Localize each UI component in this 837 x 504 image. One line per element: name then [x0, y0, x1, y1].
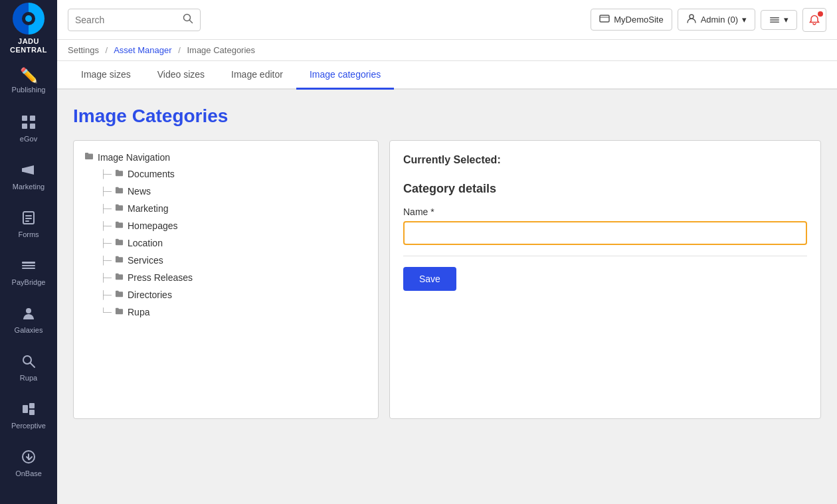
perceptive-icon: [21, 402, 36, 419]
breadcrumb: Settings / Asset Manager / Image Categor…: [57, 40, 837, 61]
content-area: Image Navigation ├─ Documents: [73, 140, 821, 419]
svg-line-21: [190, 20, 193, 23]
divider: [403, 256, 807, 256]
admin-button[interactable]: Admin (0) ▾: [678, 9, 755, 31]
tree-children: ├─ Documents ├─: [79, 165, 373, 321]
list-item[interactable]: ├─ Directories: [95, 286, 373, 303]
svg-point-24: [690, 15, 694, 19]
notification-button[interactable]: [802, 8, 826, 32]
svg-rect-1: [30, 116, 35, 121]
chevron-down-icon: ▾: [742, 15, 747, 25]
tree-root-label: Image Navigation: [98, 152, 170, 163]
site-icon: [599, 13, 610, 26]
details-panel: Currently Selected: Category details Nam…: [389, 140, 821, 419]
onbase-icon: [21, 450, 36, 467]
sidebar-item-galaxies[interactable]: Galaxies: [0, 296, 57, 344]
sidebar-item-label: Forms: [18, 230, 39, 238]
sidebar-item-egov[interactable]: eGov: [0, 105, 57, 153]
list-item[interactable]: ├─ Location: [95, 234, 373, 252]
logo-text: JADUCENTRAL: [10, 37, 47, 54]
breadcrumb-settings: Settings: [68, 45, 99, 55]
sidebar-item-rupa[interactable]: Rupa: [0, 344, 57, 392]
sidebar-item-marketing[interactable]: Marketing: [0, 153, 57, 201]
rupa-icon: [21, 354, 36, 371]
galaxies-icon: [21, 306, 36, 323]
chevron-down-icon: ▾: [784, 15, 789, 25]
paybridge-icon: [21, 258, 36, 276]
tab-image-editor[interactable]: Image editor: [218, 61, 296, 90]
folder-icon: [115, 238, 124, 248]
tab-video-sizes[interactable]: Video sizes: [144, 61, 218, 90]
tabs-bar: Image sizes Video sizes Image editor Ima…: [57, 61, 837, 90]
list-item[interactable]: ├─ News: [95, 183, 373, 200]
svg-rect-11: [22, 268, 35, 269]
search-box[interactable]: [68, 9, 201, 31]
svg-rect-26: [770, 19, 779, 21]
menu-button[interactable]: ▾: [761, 10, 797, 30]
page-content: Image Categories Image Navigation: [57, 90, 837, 504]
header: MyDemoSite Admin (0) ▾ ▾: [57, 0, 837, 40]
category-details-label: Category details: [403, 182, 807, 196]
svg-rect-7: [25, 218, 32, 219]
svg-rect-6: [25, 215, 32, 216]
sidebar-item-publishing[interactable]: ✏️ Publishing: [0, 57, 57, 105]
svg-rect-4: [22, 168, 25, 172]
list-item[interactable]: ├─ Homepages: [95, 217, 373, 234]
tree-line: ├─: [100, 169, 111, 179]
sidebar-item-label: OnBase: [15, 469, 42, 477]
page-title: Image Categories: [73, 106, 821, 127]
sidebar-item-paybridge[interactable]: PayBridge: [0, 248, 57, 296]
sidebar-item-forms[interactable]: Forms: [0, 201, 57, 248]
tree-line: ├─: [100, 273, 111, 282]
tree-scroll[interactable]: Image Navigation ├─ Documents: [74, 141, 378, 418]
forms-icon: [21, 210, 36, 228]
sidebar: JADUCENTRAL ✏️ Publishing eGov Marketing: [0, 0, 57, 504]
list-item[interactable]: └─ Rupa: [95, 303, 373, 321]
svg-rect-16: [29, 403, 35, 408]
folder-icon: [115, 220, 124, 231]
svg-rect-22: [600, 15, 609, 22]
sidebar-item-label: Galaxies: [15, 326, 43, 334]
currently-selected-label: Currently Selected:: [403, 154, 807, 166]
site-selector[interactable]: MyDemoSite: [591, 9, 672, 31]
name-field-label: Name *: [403, 207, 807, 217]
tree-line: └─: [100, 307, 111, 317]
list-item[interactable]: ├─ Documents: [95, 165, 373, 183]
list-item[interactable]: ├─ Press Releases: [95, 269, 373, 286]
tab-image-sizes[interactable]: Image sizes: [68, 61, 144, 90]
save-button[interactable]: Save: [403, 267, 456, 291]
breadcrumb-current: Image Categories: [187, 45, 255, 55]
list-item[interactable]: ├─ Services: [95, 252, 373, 269]
notification-dot: [818, 11, 823, 17]
sidebar-item-label: Perceptive: [11, 422, 46, 430]
tree-line: ├─: [100, 256, 111, 265]
sidebar-item-label: Publishing: [12, 86, 46, 94]
tree-panel: Image Navigation ├─ Documents: [73, 140, 379, 419]
folder-icon: [115, 307, 124, 317]
sidebar-item-perceptive[interactable]: Perceptive: [0, 392, 57, 440]
breadcrumb-asset-manager[interactable]: Asset Manager: [114, 45, 171, 55]
site-name: MyDemoSite: [614, 15, 663, 25]
svg-rect-3: [30, 124, 35, 129]
admin-label: Admin (0): [701, 15, 738, 25]
tree-root-node[interactable]: Image Navigation: [79, 149, 373, 165]
svg-point-12: [26, 308, 31, 313]
main-content: MyDemoSite Admin (0) ▾ ▾: [57, 0, 837, 504]
svg-rect-17: [29, 410, 35, 415]
svg-rect-8: [25, 220, 29, 222]
sidebar-logo: JADUCENTRAL: [0, 0, 57, 57]
sidebar-item-label: PayBridge: [12, 278, 46, 286]
folder-icon: [115, 203, 124, 214]
list-item[interactable]: ├─ Marketing: [95, 200, 373, 217]
svg-rect-27: [770, 21, 779, 23]
search-icon: [183, 13, 193, 27]
marketing-icon: [21, 163, 36, 180]
tab-image-categories[interactable]: Image categories: [296, 61, 394, 90]
logo-circle: [13, 3, 45, 35]
sidebar-item-onbase[interactable]: OnBase: [0, 440, 57, 487]
search-input[interactable]: [75, 15, 177, 25]
svg-rect-2: [22, 124, 27, 129]
sidebar-item-label: Marketing: [13, 183, 45, 191]
name-input[interactable]: [403, 221, 807, 245]
tree-line: ├─: [100, 204, 111, 213]
